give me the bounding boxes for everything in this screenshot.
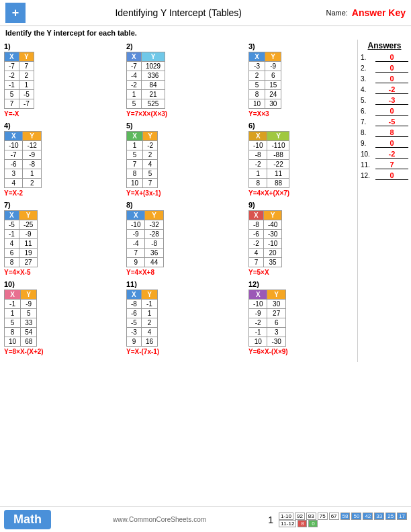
problems-row: 10) X Y -1 -9 1 5 5 33 8 54 10 68 Y=8×X-…: [4, 280, 353, 355]
cell-x: 10: [249, 99, 265, 109]
cell-x: -2: [5, 71, 19, 81]
cell-y: -5: [19, 90, 34, 99]
problems-row: 7) X Y -5 -25 -1 -9 4 11 6 19 8 27 Y=4×X…: [4, 201, 353, 276]
math-label: Math: [4, 510, 51, 529]
score-label-1-10: 1-10: [279, 513, 293, 520]
answers-panel: Answers 1.02.03.04.-25.-36.07.-58.89.010…: [357, 40, 411, 362]
answer-item: 3.0: [361, 75, 408, 83]
cell-y: -8: [145, 239, 163, 249]
cell-x: -2: [249, 239, 264, 249]
problem-label: 4): [4, 122, 109, 130]
score-67: 67: [329, 513, 339, 520]
table-row: 3 1: [5, 169, 42, 179]
problem-label: 3): [248, 42, 353, 50]
formula: Y=X+(3x-1): [126, 189, 231, 197]
cell-y: -9: [21, 300, 37, 309]
col-header-y: Y: [267, 132, 289, 141]
table-row: 8 27: [5, 258, 38, 267]
cell-x: 1: [127, 141, 143, 150]
answer-value: 0: [375, 53, 408, 62]
table-row: -1 -9: [5, 230, 38, 239]
answer-item: 5.-3: [361, 96, 408, 105]
cell-y: 525: [141, 99, 165, 109]
cell-y: -9: [265, 62, 281, 71]
answer-value: 8: [375, 128, 408, 137]
table-row: -7 7: [5, 62, 34, 71]
cell-x: -8: [127, 300, 142, 309]
answer-num: 10.: [361, 150, 375, 158]
cell-x: -3: [127, 328, 142, 337]
cell-y: 35: [263, 258, 281, 267]
cell-y: 2: [19, 71, 34, 81]
answer-value: 0: [375, 171, 408, 180]
answer-num: 11.: [361, 161, 375, 169]
table-row: -6 -8: [5, 160, 42, 169]
cell-x: -2: [127, 81, 142, 90]
problem-label: 6): [248, 122, 353, 130]
cell-x: -10: [5, 141, 23, 150]
score-75: 75: [318, 513, 328, 520]
cell-x: -6: [5, 160, 23, 169]
cell-y: 1: [23, 169, 41, 179]
cell-x: 10: [5, 337, 21, 347]
cell-x: -9: [249, 309, 267, 318]
cell-y: 11: [267, 169, 289, 179]
col-header-y: Y: [143, 132, 158, 141]
col-header-x: X: [127, 290, 142, 300]
col-header-x: X: [127, 132, 143, 141]
header: + Identifying Y Intercept (Tables) Name:…: [0, 0, 411, 26]
cell-x: 6: [5, 249, 19, 258]
formula: Y=7×X×(X×3): [126, 110, 231, 118]
xy-table-4: X Y -10 -12 -7 -9 -6 -8 3 1 4 2: [4, 131, 42, 188]
problem-6: 6) X Y -10 -110 -8 -88 -2 -22 1 11 8 88 …: [248, 122, 353, 197]
col-header-x: X: [127, 211, 145, 220]
score-row-1: 1-10 92 83 75 67 58 50 42 33 25 17: [279, 513, 407, 520]
problem-12: 12) X Y -10 30 -9 27 -2 6 -1 3 10 -30 Y=…: [248, 280, 353, 355]
col-header-x: X: [249, 290, 267, 300]
cell-x: -8: [249, 220, 264, 230]
table-row: 5 2: [127, 150, 158, 160]
score-17: 17: [397, 513, 407, 520]
cell-y: 84: [141, 81, 165, 90]
table-row: -7 1029: [127, 62, 165, 71]
cell-y: 2: [23, 179, 41, 188]
table-row: -2 84: [127, 81, 165, 90]
table-row: -9 -28: [127, 230, 164, 239]
score-42: 42: [363, 513, 373, 520]
xy-table-8: X Y -10 -32 -9 -28 -4 -8 7 36 9 44: [126, 210, 164, 267]
table-row: -10 -110: [249, 141, 289, 150]
cell-y: 1: [141, 309, 157, 318]
cell-y: -30: [263, 230, 281, 239]
cell-x: 10: [127, 179, 143, 188]
cell-y: 54: [21, 328, 37, 337]
cell-y: 30: [267, 300, 285, 309]
cell-x: -3: [249, 62, 265, 71]
cell-y: 88: [267, 179, 289, 188]
answer-num: 9.: [361, 140, 375, 147]
cell-y: -7: [19, 99, 34, 109]
table-row: 7 4: [127, 160, 158, 169]
col-header-y: Y: [23, 132, 41, 141]
xy-table-2: X Y -7 1029 -4 336 -2 84 1 21 5 525: [126, 52, 165, 109]
cell-y: -88: [267, 150, 289, 160]
cell-x: 1: [249, 169, 267, 179]
answer-item: 1.0: [361, 53, 408, 62]
cell-y: 30: [265, 99, 281, 109]
cell-x: -5: [127, 318, 142, 328]
table-row: 9 44: [127, 258, 164, 267]
cell-x: 5: [5, 318, 21, 328]
answer-num: 7.: [361, 118, 375, 126]
cell-x: -1: [5, 81, 19, 90]
cell-y: 11: [19, 239, 37, 249]
cell-x: 5: [5, 90, 19, 99]
problem-2: 2) X Y -7 1029 -4 336 -2 84 1 21 5 525 Y…: [126, 42, 231, 118]
cell-x: 8: [5, 328, 21, 337]
cell-y: 19: [19, 249, 37, 258]
table-row: -4 -8: [127, 239, 164, 249]
formula: Y=5×X: [248, 269, 353, 276]
col-header-x: X: [5, 290, 21, 300]
problems-row: 1) X Y -7 7 -2 2 -1 1 5 -5 7 -7 Y=-X2): [4, 42, 353, 118]
table-row: 10 7: [127, 179, 158, 188]
problem-label: 2): [126, 42, 231, 50]
answer-value: -2: [375, 85, 408, 94]
